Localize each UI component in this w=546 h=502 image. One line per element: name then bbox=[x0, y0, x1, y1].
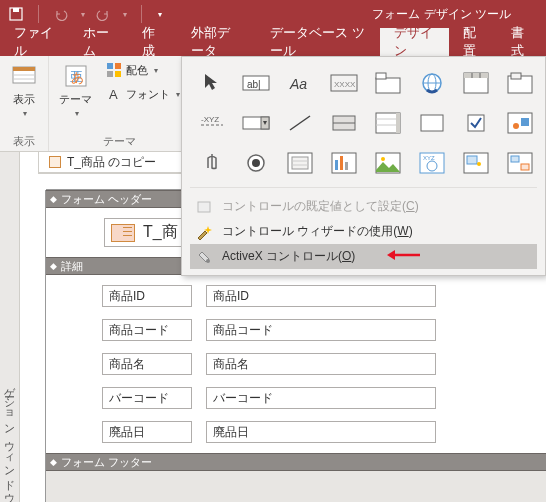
option-group-icon[interactable] bbox=[500, 65, 540, 101]
field-label[interactable]: 廃品日 bbox=[102, 421, 192, 443]
label-icon[interactable]: Aa bbox=[280, 65, 320, 101]
image-icon[interactable] bbox=[368, 145, 408, 181]
subform-icon[interactable] bbox=[280, 145, 320, 181]
rectangle-icon[interactable] bbox=[412, 105, 452, 141]
listbox-icon[interactable] bbox=[368, 105, 408, 141]
svg-rect-9 bbox=[107, 63, 113, 69]
svg-rect-66 bbox=[521, 164, 529, 170]
field-control[interactable]: 商品ID bbox=[206, 285, 436, 307]
tab-external[interactable]: 外部データ bbox=[177, 28, 256, 56]
svg-rect-42 bbox=[468, 115, 484, 131]
field-control[interactable]: 商品コード bbox=[206, 319, 436, 341]
svg-point-47 bbox=[252, 159, 260, 167]
use-control-wizards-item[interactable]: コントロール ウィザードの使用(W) bbox=[190, 219, 537, 244]
svg-point-57 bbox=[381, 157, 385, 161]
svg-rect-54 bbox=[340, 156, 343, 170]
hyperlink-icon[interactable] bbox=[412, 65, 452, 101]
view-button[interactable]: 表示 ▾ bbox=[6, 60, 42, 120]
textbox-icon[interactable]: ab| bbox=[236, 65, 276, 101]
ribbon: 表示 ▾ 表示 亜あ テーマ ▾ 配色▾ A フォント▾ bbox=[0, 56, 546, 152]
field-label[interactable]: 商品名 bbox=[102, 353, 192, 375]
svg-point-44 bbox=[513, 123, 519, 129]
option-button-icon[interactable] bbox=[236, 145, 276, 181]
tab-create[interactable]: 作成 bbox=[128, 28, 177, 56]
svg-rect-45 bbox=[521, 118, 529, 126]
fonts-button[interactable]: A フォント▾ bbox=[102, 84, 184, 104]
field-control[interactable]: 商品名 bbox=[206, 353, 436, 375]
svg-rect-19 bbox=[376, 78, 400, 93]
red-arrow-icon bbox=[385, 248, 421, 265]
tab-format[interactable]: 書式 bbox=[497, 28, 546, 56]
svg-rect-55 bbox=[345, 162, 348, 170]
chart-icon[interactable] bbox=[500, 145, 540, 181]
unbound-object-icon[interactable] bbox=[500, 105, 540, 141]
redo-icon[interactable] bbox=[95, 6, 111, 22]
set-control-defaults-item: コントロールの既定値として設定(C) bbox=[190, 194, 537, 219]
save-icon[interactable] bbox=[8, 6, 24, 22]
svg-rect-67 bbox=[198, 202, 210, 212]
tab-file[interactable]: ファイル bbox=[0, 28, 69, 56]
tool-title: フォーム デザイン ツール bbox=[372, 6, 546, 23]
toggle-icon[interactable] bbox=[324, 105, 364, 141]
svg-text:-XYZ: -XYZ bbox=[201, 115, 219, 124]
tab-design[interactable]: デザイン bbox=[380, 28, 449, 56]
svg-rect-1 bbox=[13, 8, 19, 12]
tab-control-icon[interactable] bbox=[368, 65, 408, 101]
field-control[interactable]: 廃品日 bbox=[206, 421, 436, 443]
svg-rect-53 bbox=[335, 160, 338, 170]
vertical-ruler bbox=[34, 190, 46, 502]
colors-button[interactable]: 配色▾ bbox=[102, 60, 184, 80]
form-icon bbox=[49, 156, 61, 168]
tab-arrange[interactable]: 配置 bbox=[449, 28, 498, 56]
form-title-icon bbox=[111, 224, 135, 242]
svg-rect-65 bbox=[511, 156, 519, 162]
web-browser-icon[interactable]: XYZ bbox=[412, 145, 452, 181]
tab-db-tools[interactable]: データベース ツール bbox=[256, 28, 380, 56]
section-form-footer[interactable]: ◆フォーム フッター bbox=[46, 453, 546, 471]
svg-text:Aa: Aa bbox=[289, 76, 307, 92]
themes-button[interactable]: 亜あ テーマ ▾ bbox=[55, 60, 96, 120]
svg-rect-40 bbox=[396, 113, 400, 133]
svg-text:XXXX: XXXX bbox=[334, 80, 356, 89]
svg-rect-3 bbox=[13, 67, 35, 71]
svg-rect-12 bbox=[115, 71, 121, 77]
attachment-icon[interactable] bbox=[192, 145, 232, 181]
select-tool-icon[interactable] bbox=[192, 65, 232, 101]
ribbon-tabs: ファイル ホーム 作成 外部データ データベース ツール デザイン 配置 書式 bbox=[0, 28, 546, 56]
form-title-control[interactable]: T_商 bbox=[104, 218, 189, 247]
checkbox-icon[interactable] bbox=[456, 105, 496, 141]
svg-text:ab|: ab| bbox=[247, 79, 261, 90]
field-control[interactable]: バーコード bbox=[206, 387, 436, 409]
field-label[interactable]: 商品コード bbox=[102, 319, 192, 341]
controls-gallery: ab| Aa XXXX -XYZ XYZ bbox=[181, 56, 546, 276]
svg-line-34 bbox=[290, 116, 310, 130]
svg-rect-20 bbox=[376, 73, 386, 79]
field-label[interactable]: バーコード bbox=[102, 387, 192, 409]
svg-rect-29 bbox=[511, 73, 521, 79]
button-icon[interactable]: XXXX bbox=[324, 65, 364, 101]
svg-text:A: A bbox=[109, 87, 118, 102]
combobox-icon[interactable] bbox=[236, 105, 276, 141]
svg-rect-49 bbox=[292, 157, 308, 169]
svg-rect-10 bbox=[115, 63, 121, 69]
svg-text:あ: あ bbox=[70, 70, 83, 85]
form-tab[interactable]: T_商品 のコピー bbox=[38, 151, 185, 173]
svg-text:XYZ: XYZ bbox=[423, 155, 435, 161]
undo-icon[interactable] bbox=[53, 6, 69, 22]
svg-rect-11 bbox=[107, 71, 113, 77]
pagebreak-icon[interactable]: -XYZ bbox=[192, 105, 232, 141]
svg-point-68 bbox=[206, 259, 210, 263]
svg-point-63 bbox=[477, 162, 481, 166]
svg-rect-41 bbox=[421, 115, 443, 131]
svg-rect-25 bbox=[464, 73, 488, 78]
line-icon[interactable] bbox=[280, 105, 320, 141]
bound-object-icon[interactable] bbox=[324, 145, 364, 181]
tab-home[interactable]: ホーム bbox=[69, 28, 128, 56]
field-label[interactable]: 商品ID bbox=[102, 285, 192, 307]
navigation-pane[interactable]: ゲーション ウィンドウ bbox=[0, 152, 20, 502]
qat-customize-icon[interactable]: ▾ bbox=[158, 10, 162, 19]
nav-control-icon[interactable] bbox=[456, 65, 496, 101]
svg-rect-62 bbox=[467, 156, 477, 164]
activex-controls-item[interactable]: ActiveX コントロール(O) bbox=[190, 244, 537, 269]
nav-subform-icon[interactable] bbox=[456, 145, 496, 181]
